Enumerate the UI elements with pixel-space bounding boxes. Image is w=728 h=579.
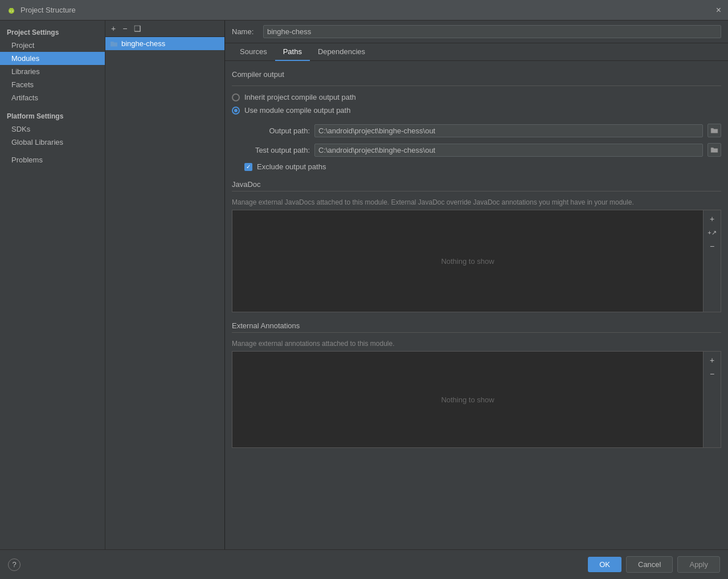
tab-paths[interactable]: Paths (275, 43, 310, 61)
browse-icon (710, 127, 718, 134)
module-toolbar: + − ❑ (105, 21, 224, 37)
javadoc-placeholder: Nothing to show (441, 257, 494, 266)
sidebar-item-sdks[interactable]: SDKs (0, 123, 105, 136)
output-path-browse-button[interactable] (707, 124, 721, 137)
external-annotations-description: Manage external annotations attached to … (232, 340, 721, 348)
apply-button[interactable]: Apply (677, 556, 720, 573)
javadoc-specify-url-button[interactable]: +↗ (706, 226, 718, 239)
module-item-binghe-chess[interactable]: binghe-chess (105, 37, 224, 50)
external-annotations-divider (232, 332, 721, 333)
external-annotations-placeholder: Nothing to show (441, 395, 494, 404)
svg-point-4 (12, 10, 13, 11)
test-output-path-browse-button[interactable] (707, 143, 721, 157)
ok-button[interactable]: OK (588, 557, 621, 572)
name-input[interactable] (263, 25, 721, 38)
javadoc-side-buttons: + +↗ − (704, 210, 721, 312)
module-list-area: + − ❑ binghe-chess (105, 21, 225, 549)
external-annotations-section: External Annotations Manage external ann… (232, 321, 721, 448)
module-list: binghe-chess (105, 37, 224, 549)
sidebar-item-libraries[interactable]: Libraries (0, 65, 105, 78)
external-annotations-remove-button[interactable]: − (706, 368, 718, 380)
cancel-button[interactable]: Cancel (626, 556, 673, 573)
radio-use-module-input[interactable] (232, 107, 240, 115)
test-output-path-label: Test output path: (244, 146, 310, 154)
svg-point-3 (10, 10, 10, 11)
sidebar-item-artifacts[interactable]: Artifacts (0, 91, 105, 104)
platform-settings-header: Platform Settings (0, 109, 105, 123)
output-path-input[interactable] (314, 124, 703, 137)
android-icon (7, 6, 16, 15)
help-button[interactable]: ? (8, 558, 21, 571)
javadoc-description: Manage external JavaDocs attached to thi… (232, 198, 721, 206)
javadoc-divider (232, 191, 721, 191)
test-output-path-input[interactable] (314, 144, 703, 157)
external-annotations-side-buttons: + − (704, 351, 721, 448)
main-content: Project Settings Project Modules Librari… (0, 21, 728, 549)
close-button[interactable]: × (716, 6, 721, 15)
javadoc-specify-icon: +↗ (707, 229, 716, 237)
sidebar-item-project[interactable]: Project (0, 39, 105, 52)
javadoc-add-button[interactable]: + (706, 213, 718, 225)
title-bar-left: Project Structure (7, 6, 76, 15)
bottom-bar-right: OK Cancel Apply (588, 556, 720, 573)
compiler-output-title: Compiler output (232, 70, 721, 79)
tab-content-paths: Compiler output Inherit project compile … (225, 61, 728, 549)
module-folder-icon (110, 40, 118, 48)
sidebar-item-global-libraries[interactable]: Global Libraries (0, 136, 105, 149)
compiler-output-section: Compiler output Inherit project compile … (232, 70, 721, 171)
external-annotations-add-button[interactable]: + (706, 354, 718, 366)
javadoc-remove-button[interactable]: − (706, 240, 718, 252)
name-label: Name: (232, 27, 257, 36)
sidebar-item-problems[interactable]: Problems (0, 153, 105, 166)
javadoc-list-panel: Nothing to show + +↗ − (232, 210, 721, 312)
external-annotations-title: External Annotations (232, 321, 721, 330)
bottom-bar: ? OK Cancel Apply (0, 549, 728, 579)
compiler-output-divider (232, 85, 721, 86)
external-annotations-list-panel: Nothing to show + − (232, 351, 721, 448)
title-bar-title: Project Structure (21, 6, 76, 14)
tabs-bar: Sources Paths Dependencies (225, 43, 728, 61)
bottom-bar-left: ? (8, 558, 21, 571)
javadoc-title: JavaDoc (232, 180, 721, 189)
add-module-button[interactable]: + (109, 23, 118, 34)
remove-module-button[interactable]: − (120, 23, 129, 34)
radio-inherit-label: Inherit project compile output path (244, 93, 356, 101)
javadoc-section: JavaDoc Manage external JavaDocs attache… (232, 180, 721, 312)
output-path-label: Output path: (244, 127, 310, 135)
test-output-path-row: Test output path: (244, 143, 721, 157)
copy-module-button[interactable]: ❑ (132, 23, 144, 34)
sidebar: Project Settings Project Modules Librari… (0, 21, 105, 549)
name-bar: Name: (225, 21, 728, 43)
radio-inherit-input[interactable] (232, 93, 240, 101)
sidebar-item-modules[interactable]: Modules (0, 52, 105, 65)
radio-inherit[interactable]: Inherit project compile output path (232, 93, 721, 101)
right-content: Name: Sources Paths Dependencies C (225, 21, 728, 549)
sidebar-item-facets[interactable]: Facets (0, 78, 105, 91)
svg-point-0 (9, 8, 14, 14)
test-browse-icon (710, 146, 718, 154)
radio-use-module-label: Use module compile output path (244, 106, 350, 115)
project-settings-header: Project Settings (0, 25, 105, 39)
tab-dependencies[interactable]: Dependencies (310, 43, 373, 61)
radio-group: Inherit project compile output path Use … (232, 93, 721, 115)
title-bar: Project Structure × (0, 0, 728, 21)
radio-use-module[interactable]: Use module compile output path (232, 106, 721, 115)
output-path-row: Output path: (244, 124, 721, 137)
exclude-output-row: Exclude output paths (244, 162, 721, 171)
tab-sources[interactable]: Sources (232, 43, 275, 61)
exclude-output-label: Exclude output paths (257, 162, 326, 171)
exclude-output-checkbox[interactable] (244, 163, 252, 171)
external-annotations-list-box: Nothing to show (232, 351, 704, 448)
javadoc-list-box: Nothing to show (232, 210, 704, 312)
